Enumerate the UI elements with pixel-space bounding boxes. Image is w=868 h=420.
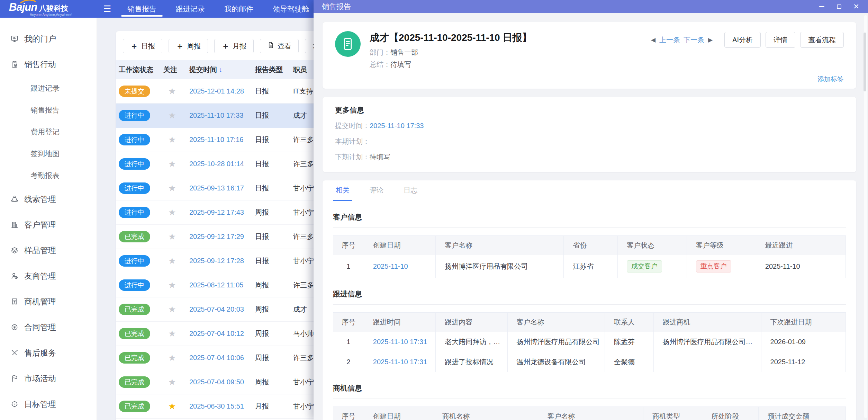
star-icon[interactable]: ★ (168, 329, 176, 338)
sidebar-subitem-expense-register[interactable]: 费用登记 (0, 121, 97, 143)
view-button[interactable]: 查看 (260, 39, 299, 53)
sidebar-item-partners[interactable]: 友商管理 (0, 263, 97, 289)
table-cell: 1 (333, 332, 364, 352)
favorite-cell: ★ (163, 86, 189, 96)
next-arrow-icon[interactable]: ▶ (708, 36, 713, 44)
sidebar-item-label: 销售行动 (24, 59, 56, 70)
add-tag-link[interactable]: 添加标签 (817, 75, 844, 84)
status-badge: 进行中 (119, 255, 150, 267)
brand-logo: Bajun 八骏科技 Anyone,Anytime,Anywhere! (0, 0, 97, 18)
sidebar-item-label: 商机管理 (24, 296, 56, 307)
sidebar-item-goals[interactable]: 目标管理 (0, 391, 97, 417)
star-icon[interactable]: ★ (168, 256, 176, 266)
ai-analysis-button[interactable]: AI分析 (724, 32, 761, 48)
submit-time-link[interactable]: 2025-11-10 17:16 (189, 136, 243, 143)
more-info-value-link[interactable]: 2025-11-10 17:33 (370, 122, 424, 129)
sidebar-item-samples[interactable]: 样品管理 (0, 238, 97, 263)
sidebar-item-after-sales[interactable]: 售后服务 (0, 340, 97, 366)
opportunity-info-table: 序号创建日期商机名称客户名称商机类型所处阶段预计成交金额12025-11-10 … (333, 406, 846, 420)
detail-scrollbar-thumb[interactable] (864, 33, 866, 91)
status-badge: 已完成 (119, 231, 150, 242)
nav-item-my-mail[interactable]: 我的邮件 (215, 0, 263, 18)
submit-time-link[interactable]: 2025-09-13 16:17 (189, 184, 244, 192)
nav-item-sales-report[interactable]: 销售报告 (118, 0, 166, 18)
star-icon[interactable]: ★ (168, 280, 176, 290)
star-icon[interactable]: ★ (168, 377, 176, 387)
status-badge: 进行中 (119, 182, 150, 194)
view-flow-button[interactable]: 查看流程 (800, 32, 844, 48)
sidebar-item-label: 我的门户 (24, 34, 56, 44)
nav-item-leader-cockpit[interactable]: 领导驾驶舱 (263, 0, 319, 18)
button-label: 周报 (187, 42, 201, 51)
star-icon[interactable]: ★ (168, 353, 176, 363)
submit-time-link[interactable]: 2025-12-01 14:28 (189, 87, 244, 95)
submit-time-link[interactable]: 2025-06-30 15:51 (189, 402, 244, 410)
report-doc-icon (335, 31, 361, 57)
weekly-button[interactable]: ＋周报 (169, 39, 208, 53)
badge-green: 成交客户 (627, 260, 662, 272)
sidebar-subitem-attendance-report[interactable]: 考勤报表 (0, 164, 97, 186)
submit-time-link[interactable]: 2025-09-12 17:28 (189, 257, 244, 265)
cell-link[interactable]: 2025-11-10 17:31 (373, 358, 427, 366)
sort-desc-icon[interactable]: ↓ (219, 66, 223, 73)
sidebar-item-my-portal[interactable]: 我的门户 (0, 26, 97, 52)
sidebar-item-label: 样品管理 (24, 245, 56, 256)
report-type-cell: 周报 (255, 377, 293, 387)
submit-time-link[interactable]: 2025-07-04 10:06 (189, 354, 244, 361)
column-header: 客户名称 (538, 406, 643, 420)
list-column-header: 工作流状态 (119, 65, 163, 74)
hamburger-menu-icon[interactable]: ☰ (97, 0, 118, 18)
star-icon[interactable]: ★ (168, 135, 176, 144)
submit-time-link[interactable]: 2025-10-28 01:14 (189, 160, 244, 168)
cell-link[interactable]: 2025-11-10 (373, 262, 408, 270)
minimize-icon[interactable] (818, 3, 825, 10)
star-icon[interactable]: ★ (168, 159, 176, 169)
sidebar-item-marketing[interactable]: 市场活动 (0, 366, 97, 391)
submit-time-link[interactable]: 2025-09-12 17:43 (189, 208, 244, 216)
star-icon[interactable]: ★ (168, 401, 176, 411)
star-icon[interactable]: ★ (168, 183, 176, 193)
maximize-icon[interactable] (835, 3, 842, 10)
submit-time-link[interactable]: 2025-07-04 09:50 (189, 378, 244, 386)
sidebar-item-contracts[interactable]: 合同管理 (0, 314, 97, 340)
star-icon[interactable]: ★ (168, 232, 176, 241)
submit-time-link[interactable]: 2025-09-12 17:29 (189, 233, 244, 240)
sidebar-item-leads[interactable]: 线索管理 (0, 186, 97, 212)
nav-item-follow-record[interactable]: 跟进记录 (166, 0, 215, 18)
star-icon[interactable]: ★ (168, 207, 176, 217)
sidebar-subitem-sales-reports[interactable]: 销售报告 (0, 99, 97, 121)
star-icon[interactable]: ★ (168, 86, 176, 96)
sidebar-item-sales-action[interactable]: 销售行动 (0, 52, 97, 77)
star-icon[interactable]: ★ (168, 110, 176, 120)
submit-time-cell: 2025-11-10 17:16 (189, 136, 255, 144)
sidebar-subitem-follow-records[interactable]: 跟进记录 (0, 77, 97, 99)
star-icon[interactable]: ★ (168, 304, 176, 314)
tab-logs[interactable]: 日志 (401, 180, 420, 201)
sidebar-subitem-checkin-map[interactable]: 签到地图 (0, 143, 97, 164)
cell-link[interactable]: 2025-11-10 17:31 (373, 338, 427, 346)
detail-panel-body: 成才【2025-11-10-2025-11-10 日报】 部门：销售一部 总结：… (314, 13, 868, 420)
prev-record-link[interactable]: 上一条 (659, 35, 680, 45)
status-badge: 已完成 (119, 304, 150, 315)
monthly-button[interactable]: ＋月报 (214, 39, 254, 53)
more-info-label: 下期计划： (335, 153, 370, 161)
tab-related[interactable]: 相关 (333, 180, 352, 201)
sidebar-item-bi[interactable]: BI分析 (0, 417, 97, 420)
table-row: 22025-11-10 17:31跟进了投标情况温州龙德设备有限公司全聚德202… (333, 352, 846, 372)
details-button[interactable]: 详情 (766, 32, 795, 48)
more-info-label: 本期计划： (335, 137, 370, 145)
sidebar-item-customers[interactable]: 客户管理 (0, 212, 97, 238)
daily-button[interactable]: ＋日报 (123, 39, 162, 53)
sidebar-item-opportunities[interactable]: 商机管理 (0, 289, 97, 314)
section-title: 商机信息 (333, 383, 846, 393)
favorite-cell: ★ (163, 256, 189, 266)
next-record-link[interactable]: 下一条 (684, 35, 704, 45)
prev-arrow-icon[interactable]: ◀ (651, 36, 655, 44)
submit-time-link[interactable]: 2025-07-04 20:03 (189, 305, 244, 313)
close-icon[interactable]: ✕ (853, 3, 860, 10)
tab-comments[interactable]: 评论 (367, 180, 386, 201)
submit-time-link[interactable]: 2025-11-10 17:33 (189, 111, 243, 119)
submit-time-link[interactable]: 2025-08-12 11:05 (189, 281, 243, 289)
detail-scrollbar[interactable] (864, 15, 867, 418)
submit-time-link[interactable]: 2025-07-04 10:12 (189, 330, 244, 337)
